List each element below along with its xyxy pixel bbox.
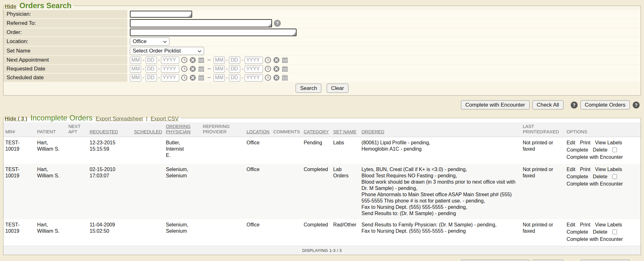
option-link-complete-with-encounter[interactable]: Complete with Encounter — [567, 154, 623, 160]
scheduled_date-end-month-input[interactable] — [214, 74, 225, 81]
help-icon[interactable]: ? — [633, 102, 640, 108]
set_name-select[interactable]: Select Order Picklist — [130, 47, 204, 55]
help-icon[interactable]: ? — [571, 102, 578, 108]
scheduled_date-start-year-input[interactable] — [161, 74, 179, 81]
physician-input[interactable] — [130, 11, 192, 18]
hide-orders-link[interactable]: Hide ( 3 ) — [5, 116, 27, 122]
location-select[interactable]: Office — [130, 37, 169, 46]
requested_date-start-clear-icon[interactable] — [189, 65, 196, 72]
scheduled_date-end-clear-icon[interactable] — [273, 74, 280, 81]
requested_date-start-year-input[interactable] — [161, 65, 179, 73]
order-select-checkbox[interactable] — [612, 147, 617, 152]
col-header-set_name[interactable]: SET NAME — [331, 122, 360, 137]
option-link-edit[interactable]: Edit — [567, 222, 575, 227]
next_appointment-start-calendar-icon[interactable] — [198, 57, 205, 64]
option-link-print[interactable]: Print — [580, 222, 590, 227]
next_appointment-end-time-icon[interactable] — [264, 57, 271, 64]
option-link-complete[interactable]: Complete — [567, 174, 588, 179]
requested_date-end-date-group: -- — [214, 65, 288, 73]
option-link-print[interactable]: Print — [580, 140, 590, 145]
order-select-checkbox[interactable] — [612, 174, 617, 179]
scheduled_date-end-time-icon[interactable] — [264, 74, 271, 81]
cell-next_apt — [66, 219, 88, 246]
option-link-delete[interactable]: Delete — [593, 174, 607, 179]
next_appointment-end-calendar-icon[interactable] — [281, 57, 288, 64]
scheduled_date-start-time-icon[interactable] — [181, 74, 188, 81]
action-bar-bottom: Complete with EncounterCheck All?Complet… — [4, 260, 640, 261]
requested_date-end-month-input[interactable] — [214, 65, 225, 73]
complete-orders-button[interactable]: Complete Orders — [580, 260, 630, 261]
col-header-patient: PATIENT — [35, 122, 66, 137]
next_appointment-start-clear-icon[interactable] — [189, 57, 196, 64]
search-field-row-next_appointment: Next Appointment--–-- — [3, 56, 641, 64]
requested_date-end-day-input[interactable] — [229, 65, 240, 73]
export-spreadsheet-link[interactable]: Export Spreadsheet — [96, 116, 143, 122]
requested_date-end-calendar-icon[interactable] — [281, 65, 288, 72]
referred_to-input[interactable] — [130, 19, 272, 27]
scheduled_date-start-calendar-icon[interactable] — [198, 74, 205, 81]
help-icon[interactable]: ? — [274, 20, 281, 27]
scheduled_date-start-clear-icon[interactable] — [189, 74, 196, 81]
option-link-view-labels[interactable]: View Labels — [595, 140, 622, 145]
next_appointment-end-year-input[interactable] — [245, 57, 263, 64]
incomplete-orders-title: Incomplete Orders — [31, 114, 92, 122]
cell-category: Completed — [302, 164, 331, 219]
next_appointment-end-clear-icon[interactable] — [273, 57, 280, 64]
scheduled_date-start-month-input[interactable] — [130, 74, 141, 81]
col-header-ordering_physician[interactable]: ORDERING PHYSICIAN — [164, 122, 201, 137]
export-csv-link[interactable]: Export CSV — [151, 116, 179, 122]
option-link-complete[interactable]: Complete — [567, 229, 588, 235]
next_appointment-end-day-input[interactable] — [229, 57, 240, 64]
cell-location: Office — [245, 219, 271, 246]
requested_date-start-calendar-icon[interactable] — [198, 65, 205, 72]
complete-orders-button[interactable]: Complete Orders — [580, 100, 630, 109]
option-link-view-labels[interactable]: View Labels — [595, 222, 622, 227]
scheduled_date-end-calendar-icon[interactable] — [281, 74, 288, 81]
option-link-delete[interactable]: Delete — [593, 147, 607, 153]
option-link-delete[interactable]: Delete — [593, 229, 607, 235]
col-header-requested[interactable]: REQUESTED — [88, 122, 132, 137]
scheduled_date-start-day-input[interactable] — [146, 74, 157, 81]
option-link-complete-with-encounter[interactable]: Complete with Encounter — [567, 236, 623, 242]
complete-with-encounter-button[interactable]: Complete with Encounter — [461, 260, 530, 261]
field-label-scheduled_date: Scheduled date — [3, 74, 127, 82]
next_appointment-start-year-input[interactable] — [161, 57, 179, 64]
field-label-referred_to: Referred To: — [3, 19, 127, 28]
scheduled_date-end-day-input[interactable] — [229, 74, 240, 81]
check-all-button[interactable]: Check All — [532, 260, 564, 261]
complete-with-encounter-button[interactable]: Complete with Encounter — [461, 100, 530, 109]
scheduled_date-end-year-input[interactable] — [245, 74, 263, 81]
option-link-complete[interactable]: Complete — [567, 147, 588, 153]
option-link-complete-with-encounter[interactable]: Complete with Encounter — [567, 181, 623, 186]
requested_date-end-year-input[interactable] — [245, 65, 263, 73]
order-input[interactable] — [130, 29, 297, 36]
hide-search-link[interactable]: Hide — [5, 3, 16, 10]
requested_date-start-month-input[interactable] — [130, 65, 141, 73]
option-link-print[interactable]: Print — [580, 167, 590, 172]
col-header-location[interactable]: LOCATION — [245, 122, 271, 137]
col-header-ordered[interactable]: ORDERED — [359, 122, 521, 137]
set_name-selected-value: Select Order Picklist — [133, 48, 181, 54]
requested_date-end-time-icon[interactable] — [264, 65, 271, 72]
requested_date-start-time-icon[interactable] — [181, 65, 188, 72]
cell-mr: TEST-10019 — [3, 164, 35, 219]
next_appointment-start-day-input[interactable] — [146, 57, 157, 64]
cell-referring_provider — [201, 137, 245, 164]
order-select-checkbox[interactable] — [612, 230, 617, 234]
clear-button[interactable]: Clear — [327, 84, 348, 93]
col-header-category[interactable]: CATEGORY — [302, 122, 331, 137]
next_appointment-start-time-icon[interactable] — [181, 57, 188, 64]
search-field-row-order: Order: — [3, 28, 641, 36]
cell-category: Completed — [302, 219, 331, 246]
requested_date-start-day-input[interactable] — [146, 65, 157, 73]
option-link-edit[interactable]: Edit — [567, 140, 575, 145]
incomplete-orders-panel: Hide ( 3 ) Incomplete Orders Export Spre… — [3, 114, 641, 255]
next_appointment-start-month-input[interactable] — [130, 57, 141, 64]
requested_date-end-clear-icon[interactable] — [273, 65, 280, 72]
option-link-edit[interactable]: Edit — [567, 167, 575, 172]
check-all-button[interactable]: Check All — [532, 100, 564, 109]
option-link-view-labels[interactable]: View Labels — [595, 167, 622, 172]
col-header-scheduled[interactable]: SCHEDULED — [132, 122, 164, 137]
search-button[interactable]: Search — [296, 84, 321, 93]
next_appointment-end-month-input[interactable] — [214, 57, 225, 64]
